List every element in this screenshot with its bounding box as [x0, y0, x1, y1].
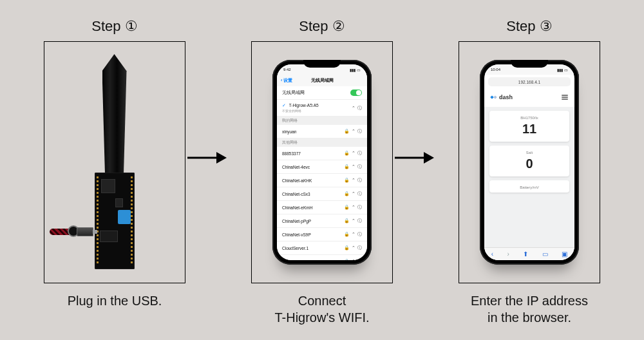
gpio-pins-right	[131, 176, 133, 265]
wifi-settings-header: ‹ 设置 无线局域网	[277, 75, 367, 86]
wifi-row-my-0[interactable]: xinyuan 🔒⌃ⓘ	[277, 125, 367, 138]
wifi-icon: ⌃	[352, 178, 355, 183]
card-0-label: BH1750/lx	[493, 116, 565, 120]
step-3: Step ③ 10:04 ▮▮▮ ▭ 192.168.4.1	[452, 18, 607, 326]
small-chip	[115, 198, 123, 207]
step-2-panel: 9:42 ▮▮▮ ▭ ‹ 设置 无线局域网 无线局域网	[251, 41, 393, 283]
step-1-caption: Plug in the USB.	[68, 292, 162, 309]
info-icon[interactable]: ⓘ	[357, 231, 362, 238]
card-1-value: 0	[493, 156, 565, 171]
wifi-row-6[interactable]: ChinaNet-vS9P🔒⌃ⓘ	[277, 228, 367, 241]
browser-forward-icon[interactable]: ›	[507, 250, 509, 258]
mcu-chip	[101, 179, 115, 193]
usb-plug	[77, 227, 93, 236]
info-icon[interactable]: ⓘ	[357, 150, 362, 156]
browser-tabs-icon[interactable]: ▣	[562, 250, 567, 258]
card-1-label: Salt	[493, 151, 565, 155]
step-3-caption: Enter the IP address in the browser.	[471, 292, 588, 326]
battery-icon: ▭	[564, 68, 568, 72]
browser-url-bar[interactable]: 192.168.4.1	[488, 77, 571, 86]
arrow-icon-1	[187, 151, 227, 164]
step-3-panel: 10:04 ▮▮▮ ▭ 192.168.4.1 dash	[459, 41, 600, 283]
info-icon[interactable]: ⓘ	[357, 245, 362, 251]
phone-browser-screen: 10:04 ▮▮▮ ▭ 192.168.4.1 dash	[484, 64, 574, 260]
wifi-icon: ⌃	[352, 245, 355, 250]
dash-card-0: BH1750/lx 11	[489, 111, 569, 142]
status-time: 9:42	[283, 68, 291, 71]
dash-brand-text: dash	[499, 94, 513, 100]
lock-icon: 🔒	[344, 259, 350, 260]
browser-toolbar: ‹ › ⬆ ▭ ▣	[484, 247, 574, 260]
wifi-icon: ⌃	[352, 106, 355, 111]
wifi-toggle-label: 无线局域网	[282, 90, 305, 96]
svg-marker-1	[216, 152, 227, 164]
wifi-row-0[interactable]: 88853377🔒⌃ⓘ	[277, 147, 367, 160]
back-button[interactable]: ‹ 设置	[281, 77, 292, 84]
wifi-icon: ⌃	[352, 129, 355, 134]
arrow-icon-2	[394, 151, 434, 164]
wifi-row-3[interactable]: ChinaNet-cSx3🔒⌃ⓘ	[277, 187, 367, 201]
card-2-label: Battery/mV	[493, 185, 565, 189]
lock-icon: 🔒	[344, 245, 350, 250]
wifi-icon: ⌃	[352, 205, 355, 210]
info-icon[interactable]: ⓘ	[357, 218, 362, 224]
wifi-row-7[interactable]: CloudServer.1🔒⌃ⓘ	[277, 241, 367, 255]
menu-icon[interactable]	[562, 95, 568, 100]
wifi-row-4[interactable]: ChinaNet-eKmH🔒⌃ⓘ	[277, 201, 367, 214]
info-icon[interactable]: ⓘ	[357, 105, 362, 111]
dash-header: dash	[484, 89, 574, 107]
lock-icon: 🔒	[344, 129, 350, 134]
status-icons: ▮▮▮ ▭	[557, 68, 568, 72]
info-icon[interactable]: ⓘ	[357, 204, 362, 211]
connected-note: 不安全的网络	[282, 109, 301, 113]
usb-device-illustration	[84, 54, 146, 273]
browser-share-icon[interactable]: ⬆	[523, 250, 528, 258]
wifi-icon: ⌃	[352, 191, 355, 196]
wifi-connected-row[interactable]: ✓ T-Higrow-A5:A5 不安全的网络 ⌃ⓘ	[277, 100, 367, 117]
wifi-row-2[interactable]: ChinaNet-aKHK🔒⌃ⓘ	[277, 174, 367, 187]
lock-icon: 🔒	[344, 205, 350, 210]
wifi-icon: ⌃	[352, 218, 355, 223]
dash-card-2: Battery/mV	[489, 180, 569, 193]
section-other-networks: 其他网络	[277, 138, 367, 147]
step-1: Step ① Plug in the USB.	[37, 18, 192, 309]
card-0-value: 11	[493, 122, 565, 137]
info-icon[interactable]: ⓘ	[357, 258, 362, 260]
wifi-toggle-switch[interactable]	[350, 90, 362, 96]
wifi-row-1[interactable]: ChinaNet-4evc🔒⌃ⓘ	[277, 160, 367, 174]
wifi-icon: ⌃	[352, 259, 355, 260]
connected-ssid: T-Higrow-A5:A5	[289, 103, 319, 108]
dash-card-1: Salt 0	[489, 146, 569, 176]
dht-sensor	[118, 210, 131, 224]
svg-marker-3	[424, 152, 434, 164]
steps-row: Step ① Plug in the USB.	[0, 0, 644, 326]
phone-notch	[303, 60, 341, 68]
info-icon[interactable]: ⓘ	[357, 191, 362, 197]
lock-icon: 🔒	[344, 178, 350, 183]
section-my-networks: 我的网络	[277, 117, 367, 125]
signal-icon: ▮▮▮	[350, 68, 355, 72]
phone-notch	[511, 60, 548, 68]
phone-wifi-screen: 9:42 ▮▮▮ ▭ ‹ 设置 无线局域网 无线局域网	[277, 64, 367, 260]
lock-icon: 🔒	[344, 191, 350, 196]
checkmark-icon: ✓	[282, 103, 286, 108]
battery-icon: ▭	[357, 68, 361, 72]
browser-bookmarks-icon[interactable]: ▭	[542, 250, 548, 258]
lock-icon: 🔒	[344, 232, 350, 237]
wifi-row-5[interactable]: ChinaNet-pPgP🔒⌃ⓘ	[277, 214, 367, 228]
wifi-icon: ⌃	[352, 151, 355, 156]
lock-icon: 🔒	[344, 218, 350, 223]
dash-logo: dash	[491, 94, 513, 100]
wifi-row-8[interactable]: delifo🔒⌃ⓘ	[277, 255, 367, 260]
url-text: 192.168.4.1	[518, 80, 540, 84]
signal-icon: ▮▮▮	[557, 68, 563, 72]
step-1-panel	[44, 41, 185, 283]
wifi-icon: ⌃	[352, 232, 355, 237]
soil-probe	[102, 54, 127, 175]
browser-back-icon[interactable]: ‹	[491, 250, 493, 258]
wifi-toggle-row[interactable]: 无线局域网	[277, 86, 367, 100]
step-2-caption: Connect T-Higrow's WIFI.	[274, 292, 369, 326]
info-icon[interactable]: ⓘ	[357, 128, 362, 135]
info-icon[interactable]: ⓘ	[357, 164, 362, 170]
info-icon[interactable]: ⓘ	[357, 177, 362, 184]
